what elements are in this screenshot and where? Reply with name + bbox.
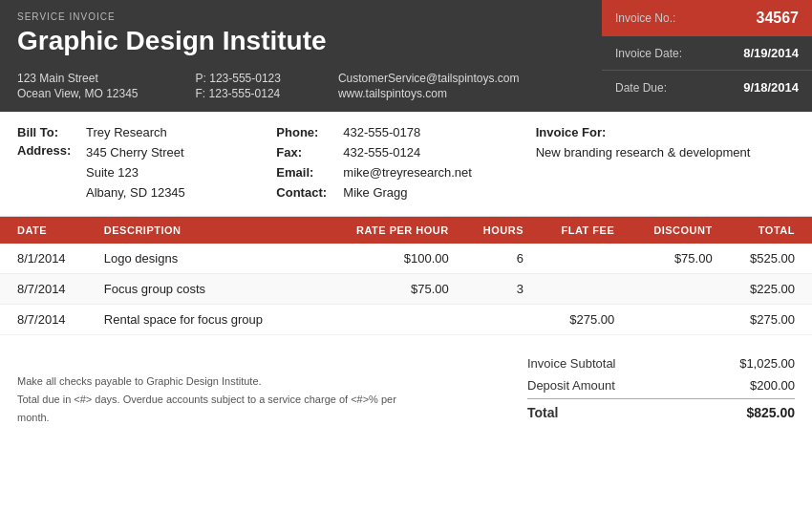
invoice-date-label: Invoice Date: [615, 47, 682, 60]
address-row: Address: 345 Cherry Street Suite 123 Alb… [17, 143, 276, 202]
cell-discount [624, 305, 721, 335]
bill-to-row: Bill To: Trey Research [17, 125, 276, 139]
invoice-no-value: 34567 [757, 10, 800, 27]
deposit-label: Deposit Amount [527, 378, 615, 393]
address-line1: 123 Main Street [17, 72, 139, 85]
cell-date: 8/7/2014 [0, 274, 95, 305]
invoice-date-row: Invoice Date: 8/19/2014 [602, 36, 812, 71]
cell-flat-fee [533, 244, 624, 274]
invoice-for-col: Invoice For: New branding research & dev… [536, 125, 795, 206]
bill-address: 345 Cherry Street Suite 123 Albany, SD 1… [86, 143, 185, 202]
footer-note-line2: Total due in <#> days. Overdue accounts … [17, 391, 418, 426]
cell-rate: $75.00 [318, 274, 459, 305]
phone-label: Phone: [276, 125, 343, 139]
deposit-row: Deposit Amount $200.00 [527, 376, 795, 394]
phone-col: Phone: 432-555-0178 Fax: 432-555-0124 Em… [276, 125, 535, 206]
website-line: www.tailspintoys.com [338, 87, 520, 100]
address-row: 123 Main Street Ocean View, MO 12345 P: … [17, 72, 585, 102]
deposit-value: $200.00 [718, 378, 795, 393]
footer-section: Make all checks payable to Graphic Desig… [0, 335, 812, 436]
footer-note: Make all checks payable to Graphic Desig… [17, 372, 418, 426]
bill-to-label: Bill To: [17, 125, 86, 139]
web-col: CustomerService@tailspintoys.com www.tai… [338, 72, 520, 102]
cell-rate [318, 305, 459, 335]
table-section: DATE DESCRIPTION RATE PER HOUR HOURS FLA… [0, 217, 812, 335]
col-rate: RATE PER HOUR [318, 217, 459, 244]
company-name: Graphic Design Institute [17, 26, 585, 56]
col-total: TOTAL [722, 217, 812, 244]
cell-total: $275.00 [722, 305, 812, 335]
table-row: 8/7/2014 Focus group costs $75.00 3 $225… [0, 274, 812, 305]
cell-total: $225.00 [722, 274, 812, 305]
table-body: 8/1/2014 Logo designs $100.00 6 $75.00 $… [0, 244, 812, 335]
email-contact-line: CustomerService@tailspintoys.com [338, 72, 520, 85]
bill-address-line2: Suite 123 [86, 163, 185, 183]
cell-flat-fee: $275.00 [533, 305, 624, 335]
address-label: Address: [17, 143, 86, 202]
invoice-no-label: Invoice No.: [615, 11, 675, 25]
contact-value: Mike Gragg [343, 185, 407, 200]
invoice-date-value: 8/19/2014 [743, 46, 799, 60]
cell-hours [459, 305, 533, 335]
contact-col: P: 123-555-0123 F: 123-555-0124 [196, 72, 281, 102]
address-col: 123 Main Street Ocean View, MO 12345 [17, 72, 139, 102]
date-due-label: Date Due: [615, 81, 667, 95]
cell-rate: $100.00 [318, 244, 459, 274]
phone-value: 432-555-0178 [343, 125, 420, 139]
service-invoice-label: SERVICE INVOICE [17, 11, 585, 22]
date-due-row: Date Due: 9/18/2014 [602, 71, 812, 104]
cell-total: $525.00 [722, 244, 812, 274]
bill-address-line3: Albany, SD 12345 [86, 183, 185, 203]
bill-section: Bill To: Trey Research Address: 345 Cher… [0, 112, 812, 217]
cell-discount [624, 274, 721, 305]
invoice-table: DATE DESCRIPTION RATE PER HOUR HOURS FLA… [0, 217, 812, 335]
fax-line: F: 123-555-0124 [196, 87, 281, 100]
cell-description: Logo designs [95, 244, 318, 274]
subtotal-value: $1,025.00 [718, 356, 795, 371]
invoice-for-title: Invoice For: [536, 125, 795, 139]
date-due-value: 9/18/2014 [743, 80, 799, 95]
subtotal-row: Invoice Subtotal $1,025.00 [527, 354, 795, 372]
table-header-row: DATE DESCRIPTION RATE PER HOUR HOURS FLA… [0, 217, 812, 244]
cell-date: 8/7/2014 [0, 305, 95, 335]
phone-row: Phone: 432-555-0178 [276, 125, 535, 139]
bill-to-value: Trey Research [86, 125, 167, 139]
total-label: Total [527, 405, 558, 420]
header-right: Invoice No.: 34567 Invoice Date: 8/19/20… [602, 0, 812, 112]
cell-discount: $75.00 [624, 244, 721, 274]
table-row: 8/7/2014 Rental space for focus group $2… [0, 305, 812, 335]
email-row: Email: mike@treyresearch.net [276, 165, 535, 180]
invoice-for-value: New branding research & development [536, 143, 795, 162]
col-discount: DISCOUNT [624, 217, 721, 244]
footer-note-line1: Make all checks payable to Graphic Desig… [17, 372, 418, 391]
col-description: DESCRIPTION [95, 217, 318, 244]
fax-value: 432-555-0124 [343, 145, 420, 160]
cell-hours: 6 [459, 244, 533, 274]
table-row: 8/1/2014 Logo designs $100.00 6 $75.00 $… [0, 244, 812, 274]
cell-date: 8/1/2014 [0, 244, 95, 274]
cell-description: Focus group costs [95, 274, 318, 305]
address-line2: Ocean View, MO 12345 [17, 87, 139, 100]
col-flat-fee: FLAT FEE [533, 217, 624, 244]
col-hours: HOURS [459, 217, 533, 244]
cell-hours: 3 [459, 274, 533, 305]
bill-to-col: Bill To: Trey Research Address: 345 Cher… [17, 125, 276, 206]
contact-row: Contact: Mike Gragg [276, 185, 535, 200]
table-header: DATE DESCRIPTION RATE PER HOUR HOURS FLA… [0, 217, 812, 244]
cell-flat-fee [533, 274, 624, 305]
totals-col: Invoice Subtotal $1,025.00 Deposit Amoun… [527, 354, 795, 426]
phone-line: P: 123-555-0123 [196, 72, 281, 85]
total-value: $825.00 [718, 405, 795, 420]
bill-address-line1: 345 Cherry Street [86, 143, 185, 163]
email-label: Email: [276, 165, 343, 180]
subtotal-label: Invoice Subtotal [527, 356, 616, 371]
fax-row: Fax: 432-555-0124 [276, 145, 535, 160]
fax-label: Fax: [276, 145, 343, 160]
cell-description: Rental space for focus group [95, 305, 318, 335]
header-left: SERVICE INVOICE Graphic Design Institute… [0, 0, 602, 112]
invoice-header: SERVICE INVOICE Graphic Design Institute… [0, 0, 812, 112]
contact-label: Contact: [276, 185, 343, 200]
email-value: mike@treyresearch.net [343, 165, 472, 180]
invoice-no-row: Invoice No.: 34567 [602, 0, 812, 36]
col-date: DATE [0, 217, 95, 244]
